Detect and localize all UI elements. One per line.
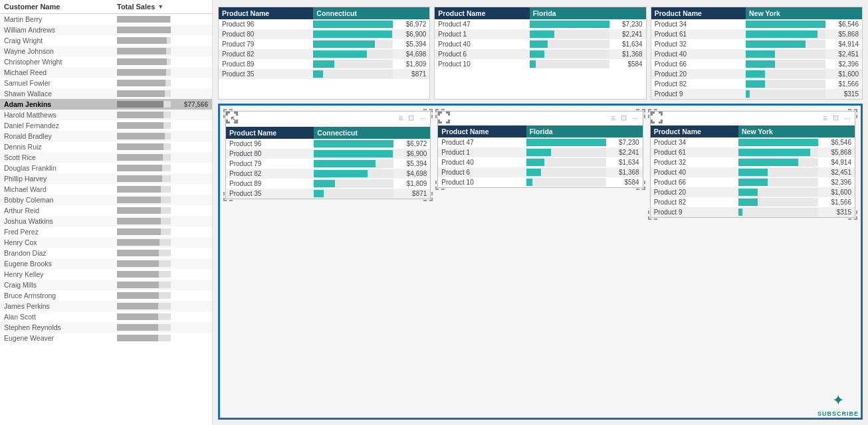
value-cell: $1,634 bbox=[606, 157, 643, 167]
table-row[interactable]: Dennis Ruiz bbox=[0, 141, 212, 152]
table-row[interactable]: Phillip Harvey bbox=[0, 173, 212, 184]
chart-row: Product 96 $6,972 bbox=[219, 19, 429, 29]
customer-name-cell: Craig Mills bbox=[4, 281, 117, 289]
product-name-cell: Product 9 bbox=[651, 89, 746, 99]
table-row[interactable]: Bruce Armstrong bbox=[0, 290, 212, 301]
bar-background bbox=[117, 90, 171, 97]
bar-cell bbox=[746, 19, 825, 29]
bar-background bbox=[314, 149, 393, 158]
customer-name-cell: James Perkins bbox=[4, 302, 117, 310]
bar-cell bbox=[738, 207, 818, 217]
chart-row: Product 80 $6,900 bbox=[226, 149, 430, 159]
customer-bar-cell bbox=[117, 271, 208, 278]
customer-bar-cell bbox=[117, 186, 208, 193]
table-row[interactable]: Scott Rice bbox=[0, 152, 212, 163]
table-row[interactable]: Michael Ward bbox=[0, 184, 212, 195]
table-row[interactable]: William Andrews bbox=[0, 25, 212, 35]
table-row[interactable]: Stephen Reynolds bbox=[0, 322, 212, 333]
table-row[interactable]: Douglas Franklin bbox=[0, 163, 212, 173]
table-row[interactable]: Fred Perez bbox=[0, 226, 212, 237]
table-row[interactable]: Daniel Fernandez bbox=[0, 120, 212, 131]
chart-row: Product 9 $315 bbox=[651, 89, 862, 99]
bar-fill bbox=[738, 199, 758, 206]
corner-tr bbox=[423, 109, 433, 118]
value-cell: $2,396 bbox=[818, 177, 855, 187]
bar-background bbox=[314, 159, 393, 168]
table-row[interactable]: Craig Wright bbox=[0, 35, 212, 46]
table-row[interactable]: Christopher Wright bbox=[0, 56, 212, 67]
customer-name-cell: Shawn Wallace bbox=[4, 90, 117, 98]
bar-background bbox=[117, 292, 171, 299]
chart-row: Product 6 $1,368 bbox=[435, 49, 645, 59]
table-row[interactable]: Alan Scott bbox=[0, 311, 212, 322]
product-name-cell: Product 96 bbox=[226, 139, 314, 149]
customer-name-cell: Christopher Wright bbox=[4, 58, 117, 66]
bar-background bbox=[314, 189, 393, 198]
total-sales-header[interactable]: Total Sales ▼ bbox=[117, 3, 208, 11]
bar-fill bbox=[530, 31, 554, 38]
table-row[interactable]: Ronald Bradley bbox=[0, 131, 212, 141]
table-row[interactable]: Eugene Brooks bbox=[0, 258, 212, 269]
bar-background bbox=[746, 40, 825, 48]
table-row[interactable]: Eugene Weaver bbox=[0, 333, 212, 343]
table-row[interactable]: Bobby Coleman bbox=[0, 195, 212, 205]
customer-bar-cell bbox=[117, 133, 208, 139]
customer-bar-cell bbox=[117, 48, 208, 54]
chart-row: Product 40 $2,451 bbox=[651, 49, 862, 59]
table-row[interactable]: Shawn Wallace bbox=[0, 88, 212, 99]
bar-background bbox=[117, 218, 171, 224]
table-row[interactable]: Harold Matthews bbox=[0, 110, 212, 120]
subscribe-button[interactable]: ✦ SUBSCRIBE bbox=[817, 392, 859, 417]
customer-name-cell: Brandon Diaz bbox=[4, 249, 117, 257]
state-col-header: New York bbox=[746, 7, 862, 19]
bar-background bbox=[314, 179, 393, 188]
product-name-cell: Product 1 bbox=[435, 29, 529, 39]
bar-cell bbox=[746, 39, 825, 49]
table-row[interactable]: Martin Berry bbox=[0, 14, 212, 25]
customer-name-cell: Scott Rice bbox=[4, 153, 117, 161]
hamburger-icon[interactable]: ≡ bbox=[823, 114, 827, 123]
hamburger-icon[interactable]: ≡ bbox=[398, 114, 403, 124]
value-cell: $2,451 bbox=[818, 167, 855, 177]
customer-bar-cell bbox=[117, 335, 208, 341]
product-col-header: Product Name bbox=[651, 126, 738, 137]
table-row[interactable]: Wayne Johnson bbox=[0, 46, 212, 56]
hamburger-icon[interactable]: ≡ bbox=[611, 114, 615, 123]
bar-fill bbox=[117, 197, 161, 203]
table-row[interactable]: Craig Mills bbox=[0, 280, 212, 290]
bar-fill bbox=[746, 80, 765, 88]
table-row[interactable]: Michael Reed bbox=[0, 67, 212, 78]
customer-name-cell: Stephen Reynolds bbox=[4, 323, 117, 331]
table-row[interactable]: Brandon Diaz bbox=[0, 248, 212, 258]
table-row[interactable]: Samuel Fowler bbox=[0, 78, 212, 88]
chart-row: Product 1 $2,241 bbox=[435, 29, 645, 39]
bar-fill bbox=[117, 133, 165, 139]
bar-background bbox=[526, 178, 606, 187]
bar-background bbox=[117, 133, 171, 139]
table-row[interactable]: James Perkins bbox=[0, 301, 212, 311]
sort-icon[interactable]: ▼ bbox=[158, 3, 164, 10]
bar-fill bbox=[526, 169, 542, 176]
image-icon[interactable]: ⊡ bbox=[408, 114, 414, 124]
bar-background bbox=[738, 148, 818, 157]
chart-row: Product 79 $5,394 bbox=[226, 159, 430, 169]
value-cell: $4,914 bbox=[818, 157, 855, 167]
bar-background bbox=[313, 50, 393, 58]
corner-br bbox=[636, 181, 645, 190]
product-name-cell: Product 80 bbox=[226, 149, 314, 159]
table-row[interactable]: Adam Jenkins $77,566 bbox=[0, 99, 212, 110]
image-icon[interactable]: ⊡ bbox=[621, 114, 627, 123]
customer-bar-cell bbox=[117, 303, 208, 309]
bar-fill bbox=[746, 41, 806, 48]
product-name-cell: Product 82 bbox=[651, 197, 738, 207]
product-name-cell: Product 20 bbox=[651, 187, 738, 197]
table-row[interactable]: Arthur Reid bbox=[0, 205, 212, 216]
image-icon[interactable]: ⊡ bbox=[833, 114, 839, 123]
table-row[interactable]: Henry Cox bbox=[0, 237, 212, 248]
table-row[interactable]: Henry Kelley bbox=[0, 269, 212, 280]
bar-fill bbox=[117, 207, 161, 214]
bar-cell bbox=[530, 19, 609, 29]
bar-fill bbox=[117, 218, 161, 224]
table-row[interactable]: Joshua Watkins bbox=[0, 216, 212, 226]
bar-fill bbox=[117, 27, 171, 33]
